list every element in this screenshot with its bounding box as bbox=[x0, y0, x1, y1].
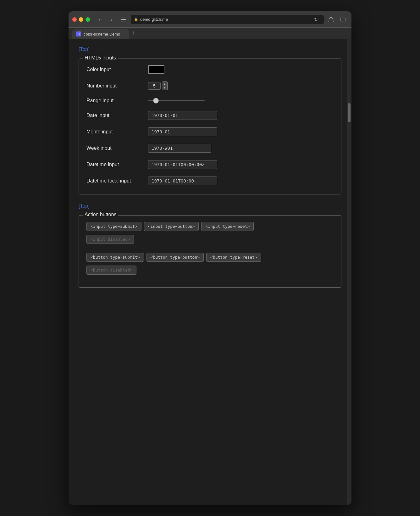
browser-window: ‹ › 🔒 demo.glitch.me ↻ bbox=[69, 11, 351, 505]
html5-inputs-fieldset: HTML5 inputs Color input Number input ▲ … bbox=[79, 59, 341, 194]
number-spinner[interactable]: ▲ ▼ bbox=[162, 81, 168, 90]
datetime-local-input-row: Datetime-local input bbox=[86, 177, 334, 185]
week-input[interactable] bbox=[148, 144, 211, 153]
input-reset-button[interactable]: <input type=reset> bbox=[201, 222, 254, 231]
number-input-wrapper: ▲ ▼ bbox=[148, 81, 168, 90]
input-disabled-button[interactable]: <input disabled> bbox=[86, 235, 134, 244]
button-submit-button[interactable]: <button type=submit> bbox=[86, 253, 144, 262]
number-input-label: Number input bbox=[86, 83, 143, 89]
range-input-row: Range input bbox=[86, 98, 334, 104]
new-tab-button[interactable]: + bbox=[129, 30, 138, 37]
share-button[interactable] bbox=[326, 15, 336, 24]
svg-rect-2 bbox=[121, 21, 126, 21]
datetime-input-row: Datetime input bbox=[86, 160, 334, 169]
scrollbar-thumb[interactable] bbox=[348, 103, 351, 122]
svg-rect-1 bbox=[121, 19, 126, 20]
scrollbar[interactable] bbox=[347, 39, 351, 505]
week-input-row: Week input bbox=[86, 144, 334, 153]
fullscreen-button[interactable] bbox=[86, 17, 90, 22]
svg-rect-0 bbox=[121, 18, 126, 18]
color-input-row: Color input bbox=[86, 65, 334, 74]
datetime-local-input-label: Datetime-local input bbox=[86, 178, 143, 184]
range-input[interactable] bbox=[148, 100, 205, 101]
titlebar: ‹ › 🔒 demo.glitch.me ↻ bbox=[69, 11, 351, 28]
url-text: demo.glitch.me bbox=[140, 17, 168, 22]
datetime-input[interactable] bbox=[148, 160, 217, 169]
range-input-label: Range input bbox=[86, 98, 143, 104]
date-input-label: Date input bbox=[86, 113, 143, 118]
number-input[interactable] bbox=[148, 82, 161, 90]
week-input-label: Week input bbox=[86, 145, 143, 151]
button-disabled-group: <button disabled> bbox=[86, 266, 334, 275]
spinner-up-button[interactable]: ▲ bbox=[162, 82, 167, 86]
address-bar[interactable]: 🔒 demo.glitch.me ↻ bbox=[131, 15, 324, 24]
input-buttons-group: <input type=submit> <input type=button> … bbox=[86, 222, 334, 231]
month-input-label: Month input bbox=[86, 129, 143, 135]
forward-button[interactable]: › bbox=[107, 15, 116, 24]
input-submit-button[interactable]: <input type=submit> bbox=[86, 222, 141, 231]
color-input[interactable] bbox=[148, 65, 164, 74]
month-input-row: Month input bbox=[86, 127, 334, 136]
reload-button[interactable]: ↻ bbox=[311, 15, 321, 24]
spinner-down-button[interactable]: ▼ bbox=[162, 86, 167, 90]
action-legend: Action buttons bbox=[83, 212, 118, 217]
button-button-button[interactable]: <button type=button> bbox=[146, 253, 204, 262]
input-disabled-group: <input disabled> bbox=[86, 235, 334, 244]
tab-title: color-scheme Demo bbox=[84, 32, 120, 36]
page-content: [Top] HTML5 inputs Color input Number in… bbox=[69, 39, 351, 505]
html5-legend: HTML5 inputs bbox=[83, 55, 118, 61]
action-buttons-fieldset: Action buttons <input type=submit> <inpu… bbox=[79, 215, 341, 288]
button-disabled-button[interactable]: <button disabled> bbox=[86, 266, 136, 275]
date-input[interactable] bbox=[148, 111, 217, 120]
new-window-button[interactable] bbox=[338, 15, 348, 24]
top-link-1[interactable]: [Top] bbox=[79, 47, 90, 52]
lock-icon: 🔒 bbox=[134, 17, 138, 21]
tab-bar: C color-scheme Demo + bbox=[69, 28, 351, 39]
minimize-button[interactable] bbox=[79, 17, 83, 22]
button-reset-button[interactable]: <button type=reset> bbox=[206, 253, 261, 262]
tab-favicon: C bbox=[76, 31, 81, 36]
traffic-lights bbox=[72, 17, 90, 22]
back-button[interactable]: ‹ bbox=[95, 15, 104, 24]
active-tab[interactable]: C color-scheme Demo bbox=[72, 29, 129, 39]
top-link-2[interactable]: [Top] bbox=[79, 203, 90, 209]
number-input-row: Number input ▲ ▼ bbox=[86, 81, 334, 90]
color-input-label: Color input bbox=[86, 67, 143, 72]
svg-rect-4 bbox=[342, 18, 345, 21]
datetime-local-input[interactable] bbox=[148, 177, 217, 185]
month-input[interactable] bbox=[148, 127, 217, 136]
sidebar-button[interactable] bbox=[119, 15, 128, 24]
button-buttons-group: <button type=submit> <button type=button… bbox=[86, 253, 334, 262]
close-button[interactable] bbox=[72, 17, 77, 22]
input-button-button[interactable]: <input type=button> bbox=[144, 222, 199, 231]
datetime-input-label: Datetime input bbox=[86, 162, 143, 167]
date-input-row: Date input bbox=[86, 111, 334, 120]
